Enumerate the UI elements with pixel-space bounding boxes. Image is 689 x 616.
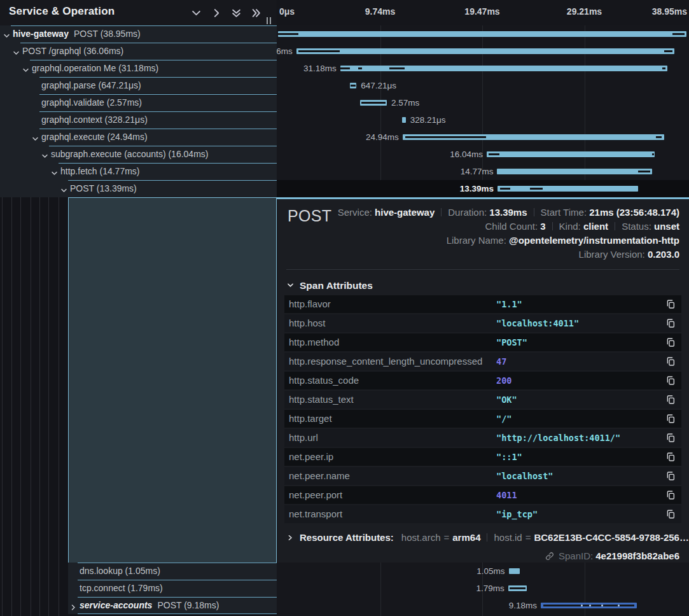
chevron-down-icon[interactable]: [13, 48, 20, 55]
divider: [552, 222, 553, 230]
chevron-down-icon[interactable]: [41, 151, 48, 158]
span-attributes-header[interactable]: Span Attributes: [287, 280, 373, 291]
chevron-down-icon[interactable]: [3, 31, 10, 38]
span-tree-row[interactable]: graphql.operation Me (31.18ms): [0, 60, 277, 77]
chevron-down-icon[interactable]: [32, 134, 39, 141]
span-tree-row[interactable]: POST (13.39ms): [0, 180, 277, 197]
attribute-key: http.host: [289, 314, 326, 332]
copy-icon[interactable]: [665, 318, 676, 328]
attribute-value: "OK": [496, 391, 517, 409]
span-name-label: tcp.connect (1.79ms): [80, 580, 163, 597]
span-duration-bar[interactable]: [402, 117, 405, 123]
span-tree-row[interactable]: dns.lookup (1.05ms): [68, 563, 277, 580]
child-span-mark: [298, 50, 340, 52]
copy-icon[interactable]: [665, 356, 676, 367]
child-span-mark: [361, 102, 386, 104]
span-id-value: 4e21998f3b82abe6: [595, 550, 679, 561]
child-span-mark: [358, 67, 362, 69]
timeline-row[interactable]: 36.06ms: [277, 43, 689, 60]
column-resize-handle[interactable]: [267, 15, 273, 23]
span-tree-row[interactable]: graphql.parse (647.21μs): [0, 77, 277, 94]
span-duration-bar[interactable]: [296, 48, 674, 54]
chevron-down-icon[interactable]: [22, 65, 29, 72]
timeline-row[interactable]: 16.04ms: [277, 146, 689, 163]
timeline-row[interactable]: 14.77ms: [277, 163, 689, 180]
axis-tick: 19.47ms: [464, 6, 499, 17]
resource-attributes-line[interactable]: Resource Attributes:host.arch=arm64host.…: [287, 532, 689, 543]
timeline-row[interactable]: 1.79ms: [277, 580, 689, 597]
bar-duration-label: 9.18ms: [509, 597, 537, 614]
chevron-down-icon[interactable]: [60, 185, 67, 192]
span-duration-bar[interactable]: [487, 151, 655, 157]
divider: [487, 533, 487, 542]
span-tree-row[interactable]: graphql.execute (24.94ms): [0, 129, 277, 146]
span-tree-row[interactable]: graphql.validate (2.57ms): [0, 94, 277, 111]
span-tree-row[interactable]: graphql.context (328.21μs): [0, 111, 277, 129]
timeline-row[interactable]: 31.18ms: [277, 60, 689, 77]
meta-line: Library Version: 0.203.0: [338, 248, 679, 262]
copy-icon[interactable]: [665, 509, 676, 519]
meta-value: 21ms (23:56:48.174): [589, 207, 679, 218]
child-span-mark: [530, 188, 543, 190]
chevron-down-icon[interactable]: [51, 168, 58, 175]
copy-icon[interactable]: [665, 471, 676, 481]
service-operation-title: Service & Operation: [9, 5, 115, 18]
span-tree-row[interactable]: subgraph.execute (accounts) (16.04ms): [0, 146, 277, 163]
span-id-line: SpanID:4e21998f3b82abe6: [545, 550, 679, 561]
divider: [441, 208, 442, 216]
axis-tick: 38.95ms: [652, 6, 687, 17]
copy-icon[interactable]: [665, 452, 676, 462]
span-tree-row[interactable]: POST /graphql (36.06ms): [0, 43, 277, 60]
span-duration-bar[interactable]: [497, 169, 651, 174]
timeline-row[interactable]: 2.57ms: [277, 94, 689, 111]
timeline-row[interactable]: 24.94ms: [277, 129, 689, 146]
timeline-row[interactable]: 647.21μs: [277, 77, 689, 94]
meta-label: Duration:: [448, 207, 489, 218]
meta-value: 3: [540, 221, 545, 232]
divider: [534, 208, 534, 216]
child-span-mark: [662, 67, 665, 69]
copy-icon[interactable]: [665, 395, 676, 405]
bar-duration-label: 13.39ms: [460, 180, 494, 197]
span-detail-panel: POST Service: hive-gatewayDuration: 13.3…: [277, 197, 689, 563]
span-name-label: graphql.operation Me (31.18ms): [32, 60, 158, 77]
span-tree-header: Service & Operation: [0, 0, 277, 25]
attribute-value: "POST": [496, 333, 527, 351]
copy-icon[interactable]: [665, 433, 676, 443]
attribute-row: net.peer.port4011: [284, 486, 681, 504]
bar-duration-label: 31.18ms: [303, 60, 337, 77]
copy-icon[interactable]: [665, 490, 676, 500]
meta-label: Library Name:: [447, 235, 509, 246]
chevron-right-icon[interactable]: [70, 602, 77, 609]
span-duration-bar[interactable]: [498, 186, 638, 192]
event-dot: [618, 605, 620, 606]
timeline-row[interactable]: 9.18ms: [277, 597, 689, 614]
meta-line: Library Name: @opentelemetry/instrumenta…: [338, 234, 679, 248]
span-tree-row[interactable]: hive-gatewayPOST (38.95ms): [0, 25, 277, 43]
attribute-row: http.status_code200: [284, 372, 681, 389]
timeline-row[interactable]: 1.05ms: [277, 563, 689, 580]
copy-icon[interactable]: [665, 337, 676, 347]
expand-all-icon[interactable]: [251, 8, 261, 18]
collapse-one-icon[interactable]: [191, 8, 201, 18]
attribute-value: "http://localhost:4011/": [496, 429, 620, 447]
timeline-row[interactable]: [277, 25, 689, 43]
meta-label: Service:: [338, 207, 375, 218]
span-duration-bar[interactable]: [509, 568, 520, 574]
copy-icon[interactable]: [665, 299, 676, 309]
link-icon[interactable]: [545, 552, 554, 561]
copy-icon[interactable]: [665, 375, 676, 386]
meta-label: Status:: [622, 221, 654, 232]
timeline-row[interactable]: 328.21μs: [277, 111, 689, 129]
equals-sign: =: [441, 532, 453, 543]
attribute-key: net.transport: [289, 505, 342, 523]
span-tree-row[interactable]: tcp.connect (1.79ms): [68, 580, 277, 597]
span-duration-bar[interactable]: [278, 31, 686, 37]
copy-icon[interactable]: [665, 414, 676, 424]
collapse-all-icon[interactable]: [232, 8, 241, 18]
span-tree-row[interactable]: service-accountsPOST (9.18ms): [68, 597, 277, 614]
timeline-row[interactable]: 13.39ms: [277, 180, 689, 197]
span-name-label: subgraph.execute (accounts) (16.04ms): [51, 146, 208, 163]
span-tree-row[interactable]: http.fetch (14.77ms): [0, 163, 277, 180]
expand-one-icon[interactable]: [212, 8, 221, 18]
